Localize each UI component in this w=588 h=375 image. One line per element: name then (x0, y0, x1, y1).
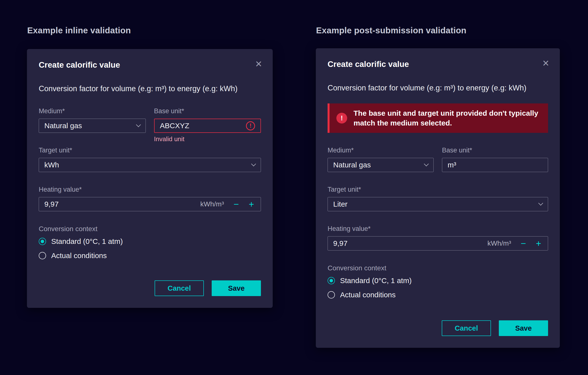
radio-standard-label: Standard (0°C, 1 atm) (340, 276, 412, 285)
alert-exclamation-icon (336, 113, 347, 124)
medium-label: Medium* (39, 107, 146, 115)
heating-value-label: Heating value* (328, 225, 548, 232)
dialog-title: Create calorific value (39, 60, 120, 70)
radio-actual-conditions[interactable]: Actual conditions (328, 291, 548, 299)
chevron-down-icon (136, 122, 141, 127)
dialog-actions: Cancel Save (442, 320, 548, 336)
base-unit-group: Base unit* Invalid unit (154, 107, 261, 143)
dialog-actions: Cancel Save (155, 280, 261, 296)
target-unit-select[interactable]: Liter (328, 197, 548, 211)
decrement-icon[interactable]: − (519, 239, 527, 248)
heating-value-label: Heating value* (39, 186, 261, 193)
close-icon[interactable]: × (255, 59, 262, 68)
cancel-button[interactable]: Cancel (442, 320, 491, 336)
medium-baseunit-row: Medium* Natural gas Base unit* (328, 147, 548, 172)
radio-unselected-icon (328, 291, 335, 299)
radio-actual-conditions-label: Actual conditions (340, 291, 396, 299)
validation-alert-banner: The base unit and target unit provided d… (328, 103, 548, 133)
create-calorific-value-dialog-inline: Create calorific value × Conversion fact… (27, 49, 273, 308)
heating-value-row: Heating value* kWh/m³ − + (328, 225, 548, 250)
cancel-button[interactable]: Cancel (155, 280, 204, 296)
base-unit-input[interactable] (448, 161, 542, 169)
radio-standard[interactable]: Standard (0°C, 1 atm) (39, 237, 261, 246)
dialog-header: Create calorific value × (328, 59, 548, 69)
target-unit-row: Target unit* kWh (39, 147, 261, 172)
chevron-down-icon (251, 162, 256, 166)
medium-value: Natural gas (333, 161, 371, 169)
base-unit-label: Base unit* (154, 107, 261, 115)
dialog-description: Conversion factor for volume (e.g: m³) t… (39, 84, 261, 94)
heating-value-input[interactable] (44, 200, 200, 208)
base-unit-field (442, 158, 548, 172)
conversion-context-label: Conversion context (39, 225, 261, 233)
medium-value: Natural gas (44, 122, 82, 130)
base-unit-label: Base unit* (442, 147, 548, 154)
medium-label: Medium* (328, 147, 434, 154)
radio-standard[interactable]: Standard (0°C, 1 atm) (328, 276, 548, 285)
increment-icon[interactable]: + (247, 200, 255, 209)
chevron-down-icon (538, 201, 543, 206)
radio-actual-conditions-label: Actual conditions (51, 251, 107, 260)
save-button[interactable]: Save (499, 320, 548, 336)
close-icon[interactable]: × (542, 59, 549, 67)
radio-actual-conditions[interactable]: Actual conditions (39, 251, 261, 260)
example-post-submission-heading: Example post-submission validation (316, 25, 466, 35)
example-inline-heading: Example inline validation (27, 25, 131, 35)
error-circle-icon (246, 121, 255, 130)
increment-icon[interactable]: + (535, 239, 542, 248)
heating-value-field: kWh/m³ − + (328, 236, 548, 250)
heating-value-field: kWh/m³ − + (39, 197, 261, 211)
target-unit-row: Target unit* Liter (328, 186, 548, 211)
medium-select[interactable]: Natural gas (39, 119, 146, 133)
radio-selected-icon (328, 277, 335, 284)
create-calorific-value-dialog-post-submission: Create calorific value × Conversion fact… (316, 48, 560, 348)
dialog-description: Conversion factor for volume (e.g: m³) t… (328, 83, 548, 93)
medium-baseunit-row: Medium* Natural gas Base unit* Invalid u… (39, 107, 261, 143)
medium-group: Medium* Natural gas (39, 107, 146, 143)
dialog-header: Create calorific value × (39, 60, 261, 70)
heating-value-input[interactable] (333, 239, 488, 248)
target-unit-value: Liter (333, 200, 347, 208)
dialog-title: Create calorific value (328, 59, 409, 69)
decrement-icon[interactable]: − (232, 200, 240, 209)
radio-selected-icon (39, 238, 46, 245)
medium-select[interactable]: Natural gas (328, 158, 434, 172)
conversion-context-label: Conversion context (328, 264, 548, 272)
heating-value-row: Heating value* kWh/m³ − + (39, 186, 261, 211)
heating-value-group: Heating value* kWh/m³ − + (328, 225, 548, 250)
target-unit-label: Target unit* (39, 147, 261, 154)
target-unit-value: kWh (44, 161, 59, 169)
base-unit-group: Base unit* (442, 147, 548, 172)
target-unit-group: Target unit* kWh (39, 147, 261, 172)
heating-value-unit: kWh/m³ (200, 200, 224, 208)
save-button[interactable]: Save (212, 280, 261, 296)
target-unit-label: Target unit* (328, 186, 548, 193)
base-unit-field (154, 119, 261, 133)
heating-value-unit: kWh/m³ (488, 239, 511, 247)
heating-value-group: Heating value* kWh/m³ − + (39, 186, 261, 211)
base-unit-error-message: Invalid unit (154, 135, 261, 143)
target-unit-select[interactable]: kWh (39, 158, 261, 172)
radio-standard-label: Standard (0°C, 1 atm) (51, 237, 123, 246)
target-unit-group: Target unit* Liter (328, 186, 548, 211)
base-unit-input[interactable] (160, 122, 246, 130)
radio-unselected-icon (39, 252, 46, 259)
alert-message: The base unit and target unit provided d… (354, 108, 541, 128)
chevron-down-icon (424, 162, 429, 166)
medium-group: Medium* Natural gas (328, 147, 434, 172)
